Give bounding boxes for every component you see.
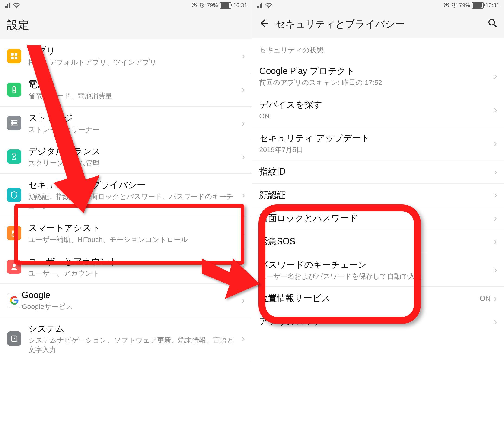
- eye-comfort-icon: [443, 3, 450, 8]
- svg-rect-20: [14, 86, 15, 87]
- svg-line-13: [200, 3, 201, 4]
- svg-point-25: [12, 125, 13, 125]
- svg-line-43: [452, 3, 453, 4]
- signal-icon: [257, 3, 263, 8]
- settings-row-user[interactable]: ユーザーとアカウントユーザー、アカウント›: [0, 250, 252, 284]
- battery-icon: [7, 83, 21, 97]
- svg-line-14: [203, 3, 204, 4]
- settings-row-battery[interactable]: 電池省電力モード、電池消費量›: [0, 73, 252, 107]
- row-subtitle: 前回のアプリのスキャン: 昨日の 17:52: [259, 78, 491, 87]
- svg-rect-16: [15, 53, 18, 56]
- chevron-right-icon: ›: [242, 152, 245, 162]
- back-button[interactable]: [259, 18, 269, 31]
- row-title: 緊急SOS: [259, 235, 491, 247]
- chevron-right-icon: ›: [242, 190, 245, 200]
- battery-icon: [220, 2, 231, 9]
- security-icon: [7, 188, 21, 202]
- row-subtitle: ユーザー補助、HiTouch、モーションコントロール: [28, 235, 238, 245]
- row-subtitle: ユーザー名およびパスワードを保存して自動で入力: [259, 272, 491, 281]
- page-title: 設定: [7, 18, 29, 33]
- apps-icon: [7, 49, 21, 63]
- chevron-right-icon: ›: [494, 71, 497, 81]
- settings-row-digital[interactable]: デジタルバランススクリーンタイム管理›: [0, 140, 252, 174]
- security-row-4[interactable]: 顔認証›: [252, 184, 504, 207]
- svg-point-24: [12, 121, 13, 122]
- svg-line-44: [455, 3, 456, 4]
- security-row-8[interactable]: 位置情報サービスON›: [252, 287, 504, 310]
- svg-line-8: [192, 3, 193, 4]
- svg-point-36: [446, 5, 447, 6]
- system-icon: [7, 331, 21, 346]
- signal-icon: [5, 3, 11, 8]
- search-button[interactable]: [488, 18, 497, 30]
- security-row-2[interactable]: セキュリティ アップデート2019年7月5日›: [252, 127, 504, 160]
- row-title: システム: [28, 323, 238, 335]
- settings-list: アプリ権限、デフォルトアプリ、ツインアプリ›電池省電力モード、電池消費量›ストレ…: [0, 39, 252, 445]
- chevron-right-icon: ›: [494, 265, 497, 275]
- google-icon: [7, 293, 22, 308]
- status-time: 16:31: [486, 2, 499, 9]
- svg-rect-2: [7, 4, 8, 8]
- svg-line-38: [444, 3, 445, 4]
- row-subtitle: 省電力モード、電池消費量: [28, 91, 238, 101]
- svg-point-4: [16, 7, 17, 8]
- chevron-right-icon: ›: [494, 190, 497, 200]
- row-subtitle: システムナビゲーション、ソフトウェア更新、端末情報、言語と文字入力: [28, 336, 238, 354]
- svg-rect-3: [9, 3, 10, 8]
- svg-point-26: [13, 264, 16, 267]
- chevron-right-icon: ›: [494, 316, 497, 327]
- row-title: 指紋ID: [259, 166, 491, 178]
- row-title: ユーザーとアカウント: [28, 256, 238, 267]
- settings-row-system[interactable]: システムシステムナビゲーション、ソフトウェア更新、端末情報、言語と文字入力›: [0, 317, 252, 360]
- security-row-0[interactable]: Google Play プロテクト前回のアプリのスキャン: 昨日の 17:52›: [252, 60, 504, 93]
- security-row-1[interactable]: デバイスを探すON›: [252, 93, 504, 127]
- svg-rect-32: [260, 4, 261, 8]
- row-title: アプリのロック: [259, 316, 491, 327]
- battery-icon: [472, 2, 484, 9]
- row-subtitle: Googleサービス: [22, 302, 238, 312]
- settings-row-storage[interactable]: ストレージストレージクリーナー›: [0, 107, 252, 140]
- chevron-right-icon: ›: [242, 84, 245, 95]
- settings-row-security[interactable]: セキュリティとプライバシー顔認証、指紋ID、画面ロックとパスワード、パスワードの…: [0, 174, 252, 216]
- row-subtitle: ストレージクリーナー: [28, 125, 238, 134]
- storage-icon: [7, 116, 21, 130]
- settings-header: 設定: [0, 11, 252, 39]
- row-title: Google Play プロテクト: [259, 65, 491, 77]
- row-subtitle: 顔認証、指紋ID、画面ロックとパスワード、パスワードのキーチェーン: [28, 192, 238, 211]
- svg-rect-33: [261, 3, 262, 8]
- settings-row-google[interactable]: GoogleGoogleサービス›: [0, 284, 252, 317]
- svg-rect-30: [257, 6, 258, 8]
- chevron-right-icon: ›: [494, 138, 497, 149]
- row-subtitle: スクリーンタイム管理: [28, 159, 238, 168]
- row-title: セキュリティ アップデート: [259, 132, 491, 144]
- chevron-right-icon: ›: [242, 295, 245, 305]
- svg-rect-15: [11, 53, 14, 56]
- security-row-3[interactable]: 指紋ID›: [252, 160, 504, 183]
- security-header: セキュリティとプライバシー: [252, 11, 504, 37]
- smart-icon: [7, 226, 21, 240]
- eye-comfort-icon: [191, 3, 198, 8]
- chevron-right-icon: ›: [242, 334, 245, 344]
- settings-screen: 79% 16:31 設定 アプリ権限、デフォルトアプリ、ツインアプリ›電池省電力…: [0, 0, 252, 445]
- row-title: デバイスを探す: [259, 99, 491, 110]
- row-subtitle: 権限、デフォルトアプリ、ツインアプリ: [28, 58, 238, 67]
- settings-row-apps[interactable]: アプリ権限、デフォルトアプリ、ツインアプリ›: [0, 39, 252, 73]
- user-icon: [7, 260, 21, 274]
- wifi-icon: [13, 3, 20, 8]
- svg-rect-18: [15, 56, 18, 59]
- svg-rect-31: [258, 6, 259, 8]
- security-row-9[interactable]: アプリのロック›: [252, 310, 504, 333]
- chevron-right-icon: ›: [494, 213, 497, 223]
- security-row-5[interactable]: 画面ロックとパスワード›: [252, 207, 504, 230]
- chevron-right-icon: ›: [242, 262, 245, 272]
- row-title: セキュリティとプライバシー: [28, 179, 238, 191]
- svg-line-47: [494, 24, 496, 27]
- row-title: 位置情報サービス: [259, 292, 476, 304]
- svg-marker-21: [13, 88, 15, 92]
- wifi-icon: [265, 3, 272, 8]
- security-list: Google Play プロテクト前回のアプリのスキャン: 昨日の 17:52›…: [252, 60, 504, 445]
- security-row-7[interactable]: パスワードのキーチェーンユーザー名およびパスワードを保存して自動で入力›: [252, 253, 504, 287]
- row-title: 顔認証: [259, 189, 491, 201]
- security-row-6[interactable]: 緊急SOS›: [252, 230, 504, 253]
- settings-row-smart[interactable]: スマートアシストユーザー補助、HiTouch、モーションコントロール›: [0, 216, 252, 250]
